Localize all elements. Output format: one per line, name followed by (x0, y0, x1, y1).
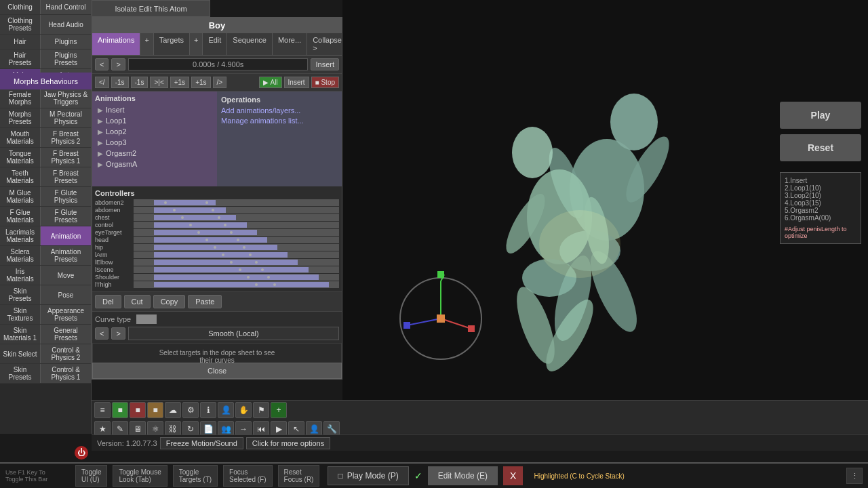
edit-mode-btn[interactable]: Edit Mode (E) (428, 466, 498, 485)
insert-key-btn[interactable]: Insert (284, 77, 309, 88)
back1s-btn[interactable]: -1s (111, 77, 129, 88)
sidebar-right-0[interactable]: Hand Control (41, 0, 91, 14)
play-mode-btn[interactable]: □ Play Mode (P) (328, 466, 408, 485)
power-btn[interactable]: ⏻ (75, 446, 88, 460)
tool-hand[interactable]: ✋ (235, 402, 252, 418)
sidebar-right-3[interactable]: Plugins Presets (41, 49, 91, 68)
copy-btn[interactable]: Copy (153, 295, 186, 308)
ctrl-track-1[interactable] (134, 207, 339, 214)
sidebar-right-11[interactable]: F Glute Presets (41, 207, 91, 226)
ctrl-track-10[interactable] (134, 274, 339, 281)
anim-item-5[interactable]: ▶OrgasmA (95, 159, 214, 169)
tool-red1[interactable]: ■ (130, 402, 146, 418)
sidebar-right-6[interactable]: M Pectoral Physics (41, 108, 91, 127)
anim-prev-btn[interactable]: < (95, 58, 108, 70)
ctrl-track-5[interactable] (134, 237, 339, 243)
tool-flag[interactable]: ⚑ (253, 402, 269, 418)
mode-close-btn[interactable]: X (503, 466, 523, 485)
sidebar-left-8[interactable]: Tongue Materials (0, 148, 41, 167)
tab-edit[interactable]: Edit (203, 33, 227, 55)
toggle-ui-btn[interactable]: ToggleUI (U) (75, 465, 107, 487)
sidebar-right-8[interactable]: F Breast Physics 1 (41, 148, 91, 167)
sidebar-right-2[interactable]: Plugins (41, 35, 91, 49)
tool-cloud[interactable]: ☁ (165, 402, 181, 418)
sidebar-right-12[interactable]: Animation (41, 226, 91, 245)
ctrl-track-3[interactable] (134, 222, 339, 228)
anim-item-1[interactable]: ▶Loop1 (95, 115, 214, 126)
tab-animations[interactable]: Animations (92, 33, 140, 55)
anim-insert-btn[interactable]: Insert (311, 58, 339, 70)
tool-info[interactable]: ℹ (200, 402, 216, 418)
isolate-bar[interactable]: Isolate Edit This Atom (92, 0, 210, 17)
curve-prev-btn[interactable]: < (95, 327, 108, 340)
sidebar-left-5[interactable]: Female Morphs (0, 89, 41, 108)
play-from-btn[interactable]: >|< (150, 77, 167, 88)
sidebar-right-18[interactable]: Control & Physics 2 (41, 344, 91, 363)
play-btn[interactable]: Play (780, 102, 861, 129)
sidebar-left-1[interactable]: Clothing Presets (0, 15, 41, 34)
ctrl-track-2[interactable] (134, 214, 339, 221)
sidebar-left-17[interactable]: Skin Materials 1 (0, 325, 41, 344)
close-btn[interactable]: Close (92, 363, 342, 379)
tab-add-anim[interactable]: + (140, 33, 153, 55)
add-animations-link[interactable]: Add animations/layers... (221, 106, 338, 115)
sidebar-left-7[interactable]: Mouth Materials (0, 128, 41, 147)
toggle-mouse-btn[interactable]: Toggle MouseLook (Tab) (113, 465, 167, 487)
sidebar-right-10[interactable]: F Glute Physics (41, 187, 91, 206)
fwd-tenth-btn[interactable]: +1s (170, 77, 189, 88)
sidebar-left-19[interactable]: Skin Presets (0, 364, 41, 383)
reset-btn[interactable]: Reset (780, 134, 861, 161)
sidebar-left-6[interactable]: Morphs Presets (0, 108, 41, 127)
tab-sequence[interactable]: Sequence (227, 33, 273, 55)
sidebar-right-15[interactable]: Pose (41, 285, 91, 304)
stop-btn[interactable]: ■ Stop (311, 77, 339, 88)
curve-next-btn[interactable]: > (111, 327, 125, 340)
tool-person[interactable]: 👤 (218, 402, 234, 418)
ctrl-track-7[interactable] (134, 251, 339, 258)
sidebar-right-1[interactable]: Head Audio (41, 15, 91, 34)
sidebar-left-11[interactable]: F Glue Materials (0, 207, 41, 226)
sidebar-left-14[interactable]: Iris Materials (0, 266, 41, 285)
tool-green1[interactable]: ■ (112, 402, 128, 418)
anim-item-3[interactable]: ▶Loop3 (95, 137, 214, 148)
fwd1s-btn[interactable]: +1s (191, 77, 210, 88)
sidebar-right-14[interactable]: Move (41, 266, 91, 285)
sidebar-right-13[interactable]: Animation Presets (41, 246, 91, 265)
paste-btn[interactable]: Paste (188, 295, 222, 308)
sidebar-left-3[interactable]: Hair Presets (0, 49, 41, 68)
cut-btn[interactable]: Cut (124, 295, 151, 308)
anim-item-2[interactable]: ▶Loop2 (95, 126, 214, 137)
back-tenth-btn[interactable]: -1s (131, 77, 149, 88)
sidebar-left-15[interactable]: Skin Presets (0, 285, 41, 304)
anim-item-0[interactable]: ▶Insert (95, 104, 214, 115)
sidebar-right-17[interactable]: General Presets (41, 325, 91, 344)
manage-animations-link[interactable]: Manage animations list... (221, 117, 338, 125)
sidebar-left-2[interactable]: Hair (0, 35, 41, 49)
sidebar-left-9[interactable]: Teeth Materials (0, 167, 41, 186)
fwd-end-btn[interactable]: /> (213, 77, 227, 88)
tool-orange[interactable]: ■ (147, 402, 163, 418)
sidebar-right-19[interactable]: Control & Physics 1 (41, 364, 91, 383)
tab-more[interactable]: More... (273, 33, 307, 55)
ctrl-track-8[interactable] (134, 259, 339, 266)
sidebar-left-13[interactable]: Sclera Materials (0, 246, 41, 265)
ctrl-track-9[interactable] (134, 266, 339, 273)
all-btn[interactable]: ▶ All (259, 77, 281, 88)
sidebar-right-5[interactable]: Jaw Physics & Triggers (41, 89, 91, 108)
sidebar-right-16[interactable]: Appearance Presets (41, 305, 91, 324)
ctrl-track-4[interactable] (134, 229, 339, 236)
anim-next-btn[interactable]: > (111, 58, 125, 70)
tool-gear[interactable]: ⚙ (182, 402, 199, 418)
sidebar-left-10[interactable]: M Glue Materials (0, 187, 41, 206)
rewind-btn[interactable]: </ (95, 77, 109, 88)
toggle-targets-btn[interactable]: ToggleTargets (T) (173, 465, 218, 487)
menu-icon[interactable]: ⋮ (846, 468, 863, 484)
more-options-btn[interactable]: Click for more options (246, 437, 330, 449)
sidebar-left-0[interactable]: Clothing (0, 0, 41, 14)
del-btn[interactable]: Del (95, 295, 121, 308)
freeze-btn[interactable]: Freeze Motion/Sound (160, 437, 243, 449)
ctrl-track-6[interactable] (134, 244, 339, 251)
sidebar-left-16[interactable]: Skin Textures (0, 305, 41, 324)
ctrl-track-0[interactable] (134, 199, 339, 206)
sidebar-left-12[interactable]: Lacrimals Materials (0, 226, 41, 245)
